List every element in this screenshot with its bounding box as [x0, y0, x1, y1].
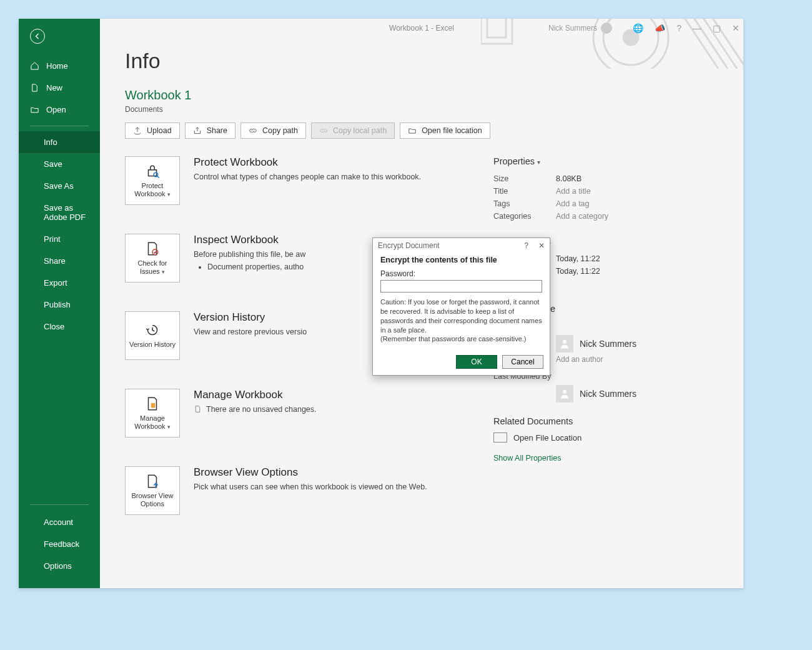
open-file-location-link[interactable]: Open File Location — [493, 432, 718, 442]
document-arrow-icon — [144, 473, 161, 489]
folder-open-icon — [30, 105, 40, 114]
copy-path-button[interactable]: Copy path — [240, 122, 306, 139]
section-desc: There are no unsaved changes. — [206, 405, 317, 414]
btn-label: Share — [207, 126, 227, 135]
nav-feedback[interactable]: Feedback — [19, 533, 100, 555]
svg-rect-9 — [151, 403, 156, 408]
cancel-button[interactable]: Cancel — [502, 355, 543, 369]
section-browser: Browser View Options Browser View Option… — [125, 466, 475, 515]
prop-value[interactable]: Add a tag — [556, 199, 590, 208]
restore-icon[interactable]: ▢ — [713, 23, 721, 33]
tile-label: Protect Workbook — [134, 182, 165, 198]
minimize-icon[interactable]: — — [693, 23, 701, 33]
nav-info[interactable]: Info — [19, 131, 100, 153]
show-all-properties-link[interactable]: Show All Properties — [493, 454, 718, 462]
prop-value[interactable]: Add a title — [556, 187, 591, 196]
manage-workbook-tile[interactable]: Manage Workbook ▾ — [125, 389, 180, 438]
close-icon[interactable]: ✕ — [538, 241, 545, 250]
back-button[interactable] — [30, 29, 45, 44]
nav-label: Options — [44, 561, 72, 571]
nav-save-as-adobe-pdf[interactable]: Save as Adobe PDF — [19, 197, 100, 228]
document-check-icon — [144, 241, 161, 257]
nav-home[interactable]: Home — [19, 55, 100, 77]
help-icon[interactable]: ? — [524, 241, 528, 250]
person-icon — [556, 385, 573, 402]
nav-label: Print — [44, 234, 61, 244]
prop-label: Tags — [493, 199, 556, 208]
svg-point-10 — [563, 340, 567, 344]
folder-icon — [493, 432, 507, 442]
open-file-location-label: Open File Location — [513, 433, 582, 442]
upload-button[interactable]: Upload — [125, 122, 180, 139]
prop-label: Title — [493, 187, 556, 196]
nav-export[interactable]: Export — [19, 272, 100, 294]
ok-button[interactable]: OK — [456, 355, 497, 369]
nav-label: Save As — [44, 181, 74, 191]
nav-account[interactable]: Account — [19, 511, 100, 533]
prop-label: Categories — [493, 212, 556, 221]
nav-close[interactable]: Close — [19, 316, 100, 338]
properties-heading: Properties — [493, 156, 535, 166]
nav-save[interactable]: Save — [19, 153, 100, 175]
last-modified-by-name: Nick Summers — [580, 389, 636, 399]
protect-workbook-tile[interactable]: Protect Workbook ▾ — [125, 156, 180, 205]
prop-value[interactable]: Add a category — [556, 212, 608, 221]
add-author[interactable]: Add an author — [556, 355, 718, 364]
nav-print[interactable]: Print — [19, 228, 100, 250]
document-title: Workbook 1 - Excel — [389, 24, 454, 32]
section-title: Protect Workbook — [194, 156, 421, 169]
backstage-sidebar: Home New Open Info Save Save As Save as … — [19, 19, 100, 588]
nav-options[interactable]: Options — [19, 555, 100, 577]
nav-separator — [30, 126, 89, 126]
browser-view-options-tile[interactable]: Browser View Options — [125, 466, 180, 515]
document-icon — [194, 405, 202, 415]
nav-label: Account — [44, 518, 73, 527]
dialog-titlebar: Encrypt Document ? ✕ — [373, 238, 550, 253]
dialog-heading: Encrypt the contents of this file — [380, 256, 542, 264]
version-history-tile[interactable]: Version History — [125, 311, 180, 360]
related-documents-heading: Related Documents — [493, 416, 718, 426]
svg-point-11 — [563, 390, 567, 394]
password-input[interactable] — [380, 280, 542, 292]
nav-publish[interactable]: Publish — [19, 294, 100, 316]
section-bullet: Document properties, autho — [207, 262, 305, 271]
nav-new[interactable]: New — [19, 77, 100, 99]
globe-icon[interactable]: 🌐 — [633, 23, 643, 33]
nav-share[interactable]: Share — [19, 250, 100, 272]
nav-label: Info — [44, 138, 57, 147]
workbook-name: Workbook 1 — [125, 88, 718, 102]
tile-label: Manage Workbook — [134, 414, 165, 430]
app-window: Home New Open Info Save Save As Save as … — [19, 19, 743, 588]
share-button[interactable]: Share — [185, 122, 235, 139]
nav-save-as[interactable]: Save As — [19, 175, 100, 197]
title-user[interactable]: Nick Summers — [548, 22, 612, 34]
close-icon[interactable]: ✕ — [732, 23, 740, 33]
document-manage-icon — [144, 396, 161, 412]
section-desc: Before publishing this file, be aw — [194, 250, 305, 259]
section-title: Manage Workbook — [194, 389, 317, 401]
document-icon — [30, 83, 40, 92]
prop-value: Today, 11:22 — [556, 267, 600, 276]
nav-label: Publish — [44, 300, 71, 309]
prop-value: 8.08KB — [556, 174, 582, 183]
open-file-location-button[interactable]: Open file location — [400, 122, 490, 139]
upload-icon — [133, 126, 142, 135]
author-person[interactable]: Nick Summers — [556, 335, 718, 352]
page-title: Info — [125, 49, 718, 73]
megaphone-icon[interactable]: 📣 — [655, 23, 665, 33]
chevron-down-icon: ▾ — [167, 191, 171, 198]
chevron-down-icon[interactable]: ▾ — [537, 159, 540, 166]
link-icon — [319, 126, 328, 135]
help-icon[interactable]: ? — [676, 23, 681, 33]
nav-label: Home — [46, 61, 68, 71]
prop-value: Today, 11:22 — [556, 254, 600, 263]
section-desc: Pick what users can see when this workbo… — [194, 482, 427, 491]
section-desc: Control what types of changes people can… — [194, 172, 421, 181]
section-title: Inspect Workbook — [194, 234, 305, 246]
nav-open[interactable]: Open — [19, 99, 100, 121]
last-modified-by-person[interactable]: Nick Summers — [556, 385, 718, 402]
action-row: Upload Share Copy path Copy local path O… — [125, 122, 718, 139]
btn-label: Copy path — [262, 126, 298, 135]
check-for-issues-tile[interactable]: Check for Issues ▾ — [125, 234, 180, 282]
workbook-path: Documents — [125, 105, 718, 114]
